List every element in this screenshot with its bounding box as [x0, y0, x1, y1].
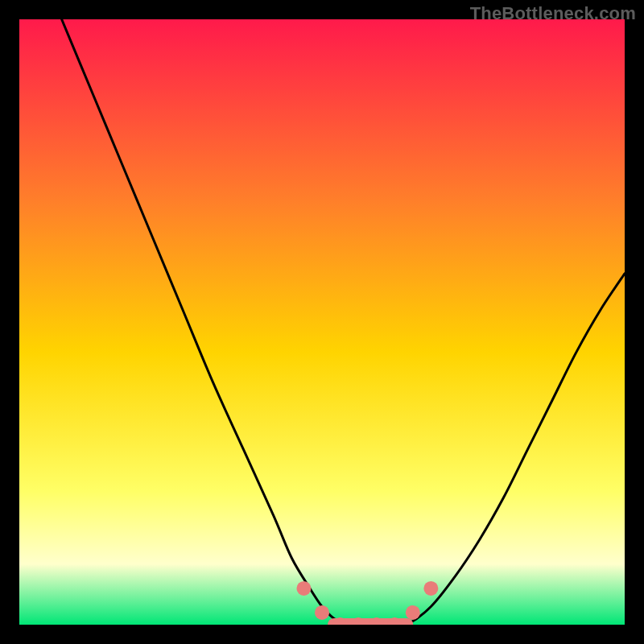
plot-area: [19, 19, 625, 625]
bottleneck-curve: [62, 19, 625, 625]
chart-frame: TheBottleneck.com: [0, 0, 644, 644]
curve-layer: [19, 19, 625, 625]
attribution-text: TheBottleneck.com: [470, 3, 636, 24]
marker-dot: [406, 605, 420, 620]
marker-dot: [296, 581, 311, 596]
marker-dot: [423, 581, 438, 596]
highlight-markers: [296, 581, 438, 625]
marker-dot: [315, 605, 329, 620]
